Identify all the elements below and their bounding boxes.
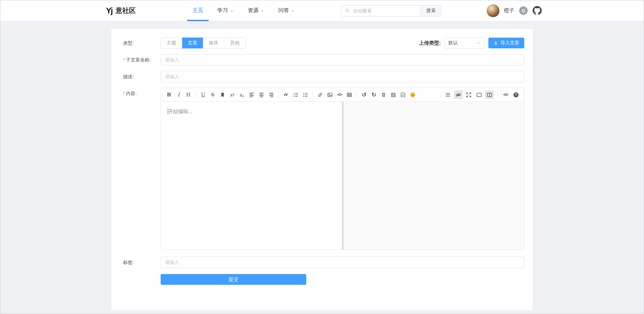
toc-menu-icon[interactable] xyxy=(443,90,452,99)
import-article-label: 导入文章 xyxy=(500,40,519,46)
subscript-icon[interactable]: x₂ xyxy=(237,90,247,99)
type-segmented-control: 主题 文章 板块 其他 xyxy=(161,37,246,49)
superscript-icon[interactable]: x² xyxy=(228,90,237,99)
search-button[interactable]: 搜索 xyxy=(421,5,441,16)
upload-type-select[interactable]: 默认 xyxy=(445,37,484,49)
source-code-icon[interactable]: </> xyxy=(501,90,510,99)
submit-row: 提交 xyxy=(123,274,524,285)
search-icon xyxy=(345,8,350,13)
page: Yj 意社区 主页 学习 资源 问答 xyxy=(0,0,644,314)
preview-toggle-eye-off-icon[interactable] xyxy=(454,90,463,99)
help-glyph: ? xyxy=(515,93,517,97)
help-icon[interactable]: ? xyxy=(512,90,521,99)
chevron-down-icon xyxy=(260,9,264,13)
align-right-icon[interactable] xyxy=(267,90,276,99)
sub-article-name-input[interactable] xyxy=(161,54,524,65)
emoji-icon[interactable] xyxy=(408,90,417,99)
editor-placeholder: 开始编辑... xyxy=(168,108,193,114)
tags-input[interactable] xyxy=(161,257,524,268)
table-icon[interactable] xyxy=(345,90,354,99)
description-input[interactable] xyxy=(161,71,524,82)
user-area: 橙子 G xyxy=(487,4,542,17)
tags-row: 标签: xyxy=(123,257,524,268)
mark-bookmark-icon[interactable] xyxy=(218,90,227,99)
upload-type-group: 上传类型: 默认 导入文章 xyxy=(419,37,524,49)
nav-item-qa[interactable]: 问答 xyxy=(271,0,302,21)
brand[interactable]: Yj 意社区 xyxy=(106,6,136,15)
toolbar-divider xyxy=(313,92,313,98)
fullscreen-icon[interactable] xyxy=(464,90,473,99)
chevron-down-icon xyxy=(291,9,295,13)
gitee-icon[interactable]: G xyxy=(519,6,528,15)
toolbar-divider xyxy=(278,92,279,98)
nav-item-learn[interactable]: 学习 xyxy=(210,0,241,21)
global-search: 搜索 xyxy=(341,5,441,16)
nav-item-label: 资源 xyxy=(248,7,259,14)
name-row: *子文章名称: xyxy=(123,54,524,65)
type-option-other[interactable]: 其他 xyxy=(224,38,245,48)
strikethrough-icon[interactable]: S xyxy=(208,90,217,99)
redo-icon[interactable]: ↻ xyxy=(369,90,378,99)
user-name[interactable]: 橙子 xyxy=(504,7,514,14)
bold-icon[interactable]: B xyxy=(164,90,173,99)
description-label: 描述: xyxy=(123,71,161,82)
save-icon[interactable] xyxy=(389,90,398,99)
post-form-card: 类型: 主题 文章 板块 其他 上传类型: 默认 导入文章 xyxy=(111,29,533,310)
top-navbar: Yj 意社区 主页 学习 资源 问答 xyxy=(0,0,644,21)
underline-icon[interactable]: U xyxy=(199,90,208,99)
image-icon[interactable] xyxy=(325,90,334,99)
italic-icon[interactable]: I xyxy=(174,90,183,99)
nav-item-resources[interactable]: 资源 xyxy=(241,0,271,21)
task-list-icon[interactable] xyxy=(398,90,408,99)
link-icon[interactable] xyxy=(316,90,325,99)
site-logo-icon: Yj xyxy=(106,7,112,15)
blockquote-icon[interactable]: “ xyxy=(281,88,290,101)
required-mark: * xyxy=(123,91,125,96)
tags-label: 标签: xyxy=(123,257,161,268)
undo-icon[interactable]: ↺ xyxy=(360,90,369,99)
type-option-topic[interactable]: 主题 xyxy=(161,38,182,48)
align-left-icon[interactable] xyxy=(247,90,256,99)
unordered-list-icon[interactable] xyxy=(301,90,310,99)
gitee-glyph: G xyxy=(522,8,525,13)
content-row: *内容: B I H U S x² x₂ xyxy=(123,88,524,250)
upload-type-label: 上传类型: xyxy=(419,40,441,46)
nav-item-label: 主页 xyxy=(193,7,203,14)
chevron-down-icon xyxy=(230,9,234,13)
description-row: 描述: xyxy=(123,71,524,82)
editor-body: 开始编辑... xyxy=(161,102,524,250)
code-block-icon[interactable]: </> xyxy=(335,90,344,99)
upload-type-value: 默认 xyxy=(448,40,458,46)
type-option-article[interactable]: 文章 xyxy=(182,38,203,48)
nav-item-label: 问答 xyxy=(278,7,289,14)
toolbar-divider xyxy=(357,92,357,98)
download-icon xyxy=(493,41,498,45)
clear-trash-icon[interactable] xyxy=(379,90,388,99)
github-icon[interactable] xyxy=(533,6,542,15)
heading-icon[interactable]: H xyxy=(184,90,193,99)
editor-toolbar: B I H U S x² x₂ xyxy=(161,88,524,102)
submit-button[interactable]: 提交 xyxy=(161,274,306,285)
preview-only-icon[interactable] xyxy=(475,90,484,99)
search-field[interactable] xyxy=(341,5,421,16)
type-label: 类型: xyxy=(123,37,161,49)
editor-input-pane[interactable]: 开始编辑... xyxy=(161,102,342,250)
main-nav: 主页 学习 资源 问答 xyxy=(185,0,302,21)
name-label: *子文章名称: xyxy=(123,54,161,65)
chevron-down-icon xyxy=(476,41,481,45)
type-row: 类型: 主题 文章 板块 其他 上传类型: 默认 导入文章 xyxy=(123,37,524,49)
editor-preview-pane xyxy=(343,102,524,250)
nav-item-home[interactable]: 主页 xyxy=(185,0,210,21)
type-option-board[interactable]: 板块 xyxy=(203,38,224,48)
import-article-button[interactable]: 导入文章 xyxy=(488,38,524,48)
ordered-list-icon[interactable] xyxy=(291,90,300,99)
split-view-icon[interactable] xyxy=(485,90,494,99)
search-input[interactable] xyxy=(352,8,417,14)
avatar[interactable] xyxy=(487,4,499,17)
nav-item-label: 学习 xyxy=(217,7,228,14)
toolbar-divider xyxy=(196,92,196,98)
markdown-editor: B I H U S x² x₂ xyxy=(161,88,524,250)
align-center-icon[interactable] xyxy=(257,90,266,99)
site-title: 意社区 xyxy=(116,6,136,15)
content-label: *内容: xyxy=(123,88,161,250)
